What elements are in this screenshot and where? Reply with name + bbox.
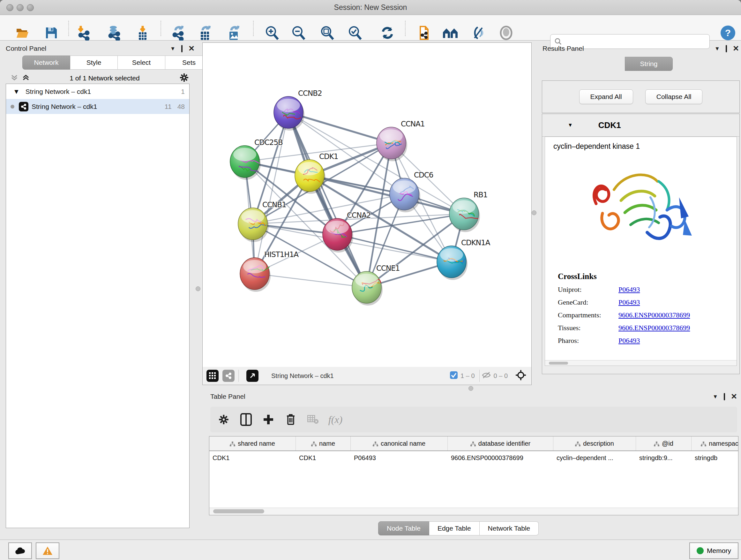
close-panel-icon[interactable]: ✕ bbox=[733, 45, 739, 52]
expand-all-button[interactable]: Expand All bbox=[579, 89, 633, 104]
column-header-namespac[interactable]: namespac bbox=[691, 436, 739, 451]
tab-network-table[interactable]: Network Table bbox=[480, 521, 539, 536]
enhance-graphics-icon[interactable] bbox=[470, 24, 487, 41]
string-home-icon[interactable] bbox=[442, 24, 459, 41]
node-CCNB2[interactable]: CCNB2 bbox=[274, 89, 322, 131]
table-cell: CDK1 bbox=[209, 451, 296, 464]
birdseye-view-icon[interactable] bbox=[206, 370, 219, 382]
maximize-panel-icon[interactable] bbox=[724, 394, 725, 399]
maximize-panel-icon[interactable] bbox=[181, 46, 183, 51]
results-hscrollbar[interactable] bbox=[545, 360, 737, 366]
column-header-canonical-name[interactable]: canonical name bbox=[351, 436, 448, 451]
crosslink-value[interactable]: 9606.ENSP00000378699 bbox=[618, 311, 690, 319]
node-CDK1[interactable]: CDK1 bbox=[295, 152, 338, 194]
results-panel-title: Results Panel bbox=[542, 45, 584, 52]
table-row[interactable]: CDK1CDK1P064939606.ENSP00000378699cyclin… bbox=[209, 451, 738, 464]
delete-column-icon[interactable] bbox=[282, 411, 300, 428]
import-network-database-icon[interactable] bbox=[106, 24, 122, 41]
table-options-gear-icon[interactable] bbox=[215, 411, 232, 428]
expand-all-chevron-icon[interactable] bbox=[10, 73, 18, 83]
import-table-icon[interactable] bbox=[134, 24, 151, 41]
cloud-status-button[interactable] bbox=[8, 543, 32, 559]
network-options-gear-icon[interactable] bbox=[179, 73, 189, 84]
node-HIST1H1A[interactable]: HIST1H1A bbox=[240, 250, 299, 292]
crosslink-value[interactable]: 9606.ENSP00000378699 bbox=[618, 324, 690, 332]
column-header--id[interactable]: @id bbox=[636, 436, 691, 451]
fit-selected-crosshair-icon[interactable] bbox=[515, 370, 526, 382]
zoom-selected-icon[interactable] bbox=[347, 24, 363, 41]
selected-counts: 1 – 0 bbox=[461, 372, 475, 380]
node-CCNA1[interactable]: CCNA1 bbox=[377, 120, 425, 161]
open-session-icon[interactable] bbox=[14, 24, 31, 41]
collapse-all-button[interactable]: Collapse All bbox=[645, 89, 703, 104]
attribute-type-icon bbox=[701, 442, 706, 446]
tab-select[interactable]: Select bbox=[118, 56, 165, 70]
export-table-icon[interactable] bbox=[197, 24, 213, 41]
delete-table-icon[interactable] bbox=[304, 411, 322, 428]
close-panel-icon[interactable]: ✕ bbox=[731, 393, 737, 400]
tab-string[interactable]: String bbox=[625, 57, 673, 71]
collapse-arrow-icon[interactable]: ▼ bbox=[13, 88, 20, 96]
crosslink-value[interactable]: P06493 bbox=[618, 336, 640, 345]
network-canvas[interactable]: CCNB2CCNA1CDC25BCDK1CDC6RB1CCNB1CCNA2CDK… bbox=[202, 43, 532, 367]
edge-CCNA2-CDKN1A[interactable] bbox=[337, 234, 452, 262]
left-splitter-handle[interactable] bbox=[196, 287, 200, 291]
edge-HIST1H1A-CCNE1[interactable] bbox=[255, 273, 367, 287]
tab-network[interactable]: Network bbox=[22, 56, 70, 70]
memory-button[interactable]: Memory bbox=[689, 543, 738, 559]
crosslink-value[interactable]: P06493 bbox=[618, 286, 640, 294]
zoom-out-icon[interactable] bbox=[290, 24, 307, 41]
gene-collapse-arrow-icon[interactable]: ▼ bbox=[568, 122, 573, 128]
node-CDKN1A[interactable]: CDKN1A bbox=[437, 239, 490, 280]
right-splitter-handle[interactable] bbox=[532, 210, 536, 215]
column-header-shared-name[interactable]: shared name bbox=[209, 436, 296, 451]
network-row[interactable]: String Network – cdk1 11 48 bbox=[6, 99, 189, 114]
warnings-button[interactable] bbox=[36, 543, 59, 559]
share-session-file-icon[interactable] bbox=[416, 24, 432, 41]
zoom-in-icon[interactable] bbox=[264, 24, 280, 41]
control-panel-title: Control Panel bbox=[6, 45, 46, 52]
close-panel-icon[interactable]: ✕ bbox=[188, 45, 195, 52]
tab-edge-table[interactable]: Edge Table bbox=[429, 521, 480, 536]
edge-CCNB2-HIST1H1A[interactable] bbox=[255, 112, 288, 273]
export-image-icon[interactable] bbox=[226, 24, 242, 41]
column-header-database-identifier[interactable]: database identifier bbox=[448, 436, 553, 451]
crosslink-value[interactable]: P06493 bbox=[618, 298, 640, 307]
create-column-icon[interactable] bbox=[259, 411, 277, 428]
table-cell: cyclin–dependent ... bbox=[553, 451, 636, 464]
tab-style[interactable]: Style bbox=[70, 56, 118, 70]
refresh-icon[interactable] bbox=[379, 24, 396, 41]
show-column-icon[interactable] bbox=[237, 411, 255, 428]
import-network-file-icon[interactable] bbox=[76, 24, 92, 41]
hidden-eye-icon[interactable] bbox=[482, 371, 491, 381]
open-in-window-icon[interactable] bbox=[246, 370, 259, 382]
table-cell: P06493 bbox=[351, 451, 448, 464]
edge-CCNB2-CCNE1[interactable] bbox=[288, 112, 367, 287]
table-hscrollbar[interactable] bbox=[209, 508, 738, 515]
node-RB1[interactable]: RB1 bbox=[449, 191, 487, 232]
float-panel-icon[interactable]: ▼ bbox=[713, 394, 718, 399]
node-CCNB1[interactable]: CCNB1 bbox=[238, 200, 286, 242]
selected-checkbox-icon[interactable] bbox=[450, 371, 458, 381]
tab-node-table[interactable]: Node Table bbox=[378, 521, 429, 536]
level-of-detail-icon[interactable] bbox=[498, 24, 515, 41]
node-CDC6[interactable]: CDC6 bbox=[390, 171, 433, 212]
float-panel-icon[interactable]: ▼ bbox=[715, 46, 720, 51]
export-network-icon[interactable] bbox=[171, 24, 187, 41]
node-CDC25B[interactable]: CDC25B bbox=[230, 138, 283, 180]
zoom-fit-icon[interactable] bbox=[319, 24, 336, 41]
column-header-name[interactable]: name bbox=[296, 436, 351, 451]
column-header-description[interactable]: description bbox=[553, 436, 636, 451]
network-type-icon[interactable] bbox=[222, 370, 234, 382]
maximize-panel-icon[interactable] bbox=[726, 46, 727, 51]
gene-panel: ▼ CDK1 cyclin–dependent kinase 1 bbox=[542, 114, 740, 374]
float-panel-icon[interactable]: ▼ bbox=[170, 46, 176, 51]
network-collection-row[interactable]: ▼ String Network – cdk1 1 bbox=[6, 84, 189, 99]
table-hscroll-thumb[interactable] bbox=[213, 509, 264, 513]
collapse-all-chevron-icon[interactable] bbox=[22, 73, 30, 83]
save-session-icon[interactable] bbox=[43, 24, 60, 41]
function-builder-icon[interactable]: f(x) bbox=[327, 411, 344, 428]
network-collection-label: String Network – cdk1 bbox=[25, 88, 91, 96]
help-icon[interactable]: ? bbox=[720, 24, 736, 41]
node-label-CDC25B: CDC25B bbox=[254, 138, 283, 146]
